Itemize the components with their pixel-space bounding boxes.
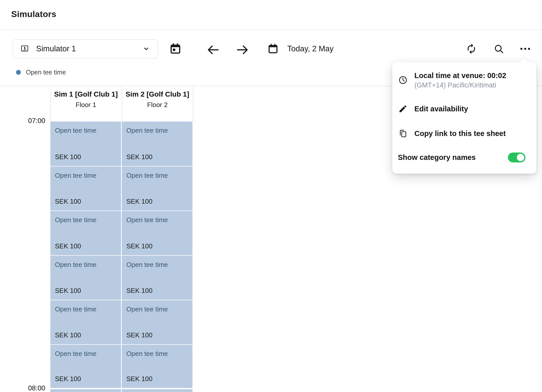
tee-time-slot[interactable]: Open tee timeSEK 100 bbox=[122, 389, 192, 392]
slot-label: Open tee time bbox=[55, 216, 96, 224]
tee-time-slot[interactable]: Open tee timeSEK 100 bbox=[122, 345, 192, 388]
column-header-sim2: Sim 2 [Golf Club 1] Floor 2 bbox=[122, 86, 192, 122]
legend: Open tee time bbox=[16, 69, 66, 76]
slot-label: Open tee time bbox=[55, 127, 96, 134]
tee-time-slot[interactable]: Open tee timeSEK 100 bbox=[50, 167, 121, 210]
time-label-0700: 07:00 bbox=[0, 117, 45, 125]
simulator-select[interactable]: Simulator 1 bbox=[13, 39, 158, 58]
tee-time-slot[interactable]: Open tee timeSEK 100 bbox=[122, 256, 192, 300]
slot-price: SEK 100 bbox=[126, 287, 153, 295]
slot-price: SEK 100 bbox=[126, 331, 153, 339]
tee-time-slot[interactable]: Open tee timeSEK 100 bbox=[50, 256, 121, 300]
tee-time-slot[interactable]: Open tee timeSEK 100 bbox=[122, 122, 192, 166]
slot-price: SEK 100 bbox=[55, 242, 81, 250]
date-picker[interactable]: Today, 2 May bbox=[267, 39, 334, 58]
column-header-sim1: Sim 1 [Golf Club 1] Floor 1 bbox=[50, 86, 122, 122]
slot-label: Open tee time bbox=[126, 305, 168, 313]
slot-price: SEK 100 bbox=[55, 375, 81, 383]
next-day-button[interactable] bbox=[235, 43, 250, 57]
golf-simulator-icon bbox=[20, 44, 29, 53]
time-label-0800: 08:00 bbox=[0, 384, 45, 392]
title-bar: Simulators bbox=[0, 0, 542, 30]
menu-item-local-time: Local time at venue: 00:02 (GMT+14) Paci… bbox=[398, 71, 531, 89]
tee-time-slot[interactable]: Open tee timeSEK 100 bbox=[122, 300, 192, 344]
slot-price: SEK 100 bbox=[55, 331, 81, 339]
slot-label: Open tee time bbox=[126, 172, 168, 179]
more-options-button[interactable] bbox=[519, 43, 531, 54]
copy-icon bbox=[398, 129, 408, 138]
slot-label: Open tee time bbox=[126, 216, 168, 224]
show-category-names-row: Show category names bbox=[398, 152, 525, 163]
calendar-icon bbox=[267, 43, 279, 54]
arrow-right-icon bbox=[235, 43, 250, 57]
page-title: Simulators bbox=[11, 9, 56, 19]
toolbar: Simulator 1 bbox=[0, 31, 542, 63]
grid-header-divider bbox=[193, 86, 193, 122]
previous-day-button[interactable] bbox=[206, 43, 220, 57]
simulator-select-value: Simulator 1 bbox=[36, 44, 135, 53]
slot-label: Open tee time bbox=[55, 172, 96, 179]
column-subtitle: Floor 1 bbox=[50, 100, 122, 109]
legend-label: Open tee time bbox=[26, 69, 66, 76]
column-subtitle: Floor 2 bbox=[122, 100, 192, 109]
tee-time-slot[interactable]: Open tee timeSEK 100 bbox=[122, 167, 192, 210]
slot-label: Open tee time bbox=[55, 261, 96, 269]
slot-price: SEK 100 bbox=[55, 287, 81, 295]
more-options-icon bbox=[519, 43, 531, 54]
search-button[interactable] bbox=[493, 43, 504, 54]
tee-time-slot[interactable]: Open tee timeSEK 100 bbox=[122, 211, 192, 255]
chevron-down-icon bbox=[142, 44, 150, 53]
show-category-names-toggle[interactable] bbox=[508, 153, 525, 162]
arrow-left-icon bbox=[206, 43, 220, 57]
open-tee-time-dot bbox=[16, 70, 21, 75]
more-options-menu: Local time at venue: 00:02 (GMT+14) Paci… bbox=[392, 62, 536, 174]
pencil-icon bbox=[398, 104, 408, 113]
slot-price: SEK 100 bbox=[126, 242, 153, 250]
date-label: Today, 2 May bbox=[287, 44, 334, 53]
tee-time-slot[interactable]: Open tee timeSEK 100 bbox=[50, 300, 121, 344]
slot-price: SEK 100 bbox=[55, 198, 81, 205]
slot-price: SEK 100 bbox=[55, 153, 81, 161]
app-window: Simulators Simulator 1 bbox=[0, 0, 542, 392]
slot-label: Open tee time bbox=[55, 305, 96, 313]
tee-time-slot[interactable]: Open tee timeSEK 100 bbox=[50, 345, 121, 388]
show-category-names-label: Show category names bbox=[398, 153, 476, 162]
copy-link-label: Copy link to this tee sheet bbox=[414, 129, 506, 138]
clock-icon bbox=[398, 75, 408, 85]
tee-time-slot[interactable]: Open tee timeSEK 100 bbox=[50, 122, 121, 166]
jump-to-today-button[interactable] bbox=[169, 43, 182, 55]
slot-label: Open tee time bbox=[126, 261, 168, 269]
slot-price: SEK 100 bbox=[126, 375, 153, 383]
tee-time-slot[interactable]: Open tee timeSEK 100 bbox=[50, 211, 121, 255]
local-time-title: Local time at venue: 00:02 bbox=[414, 71, 506, 80]
slot-label: Open tee time bbox=[126, 127, 168, 134]
tee-time-slot[interactable]: Open tee timeSEK 100 bbox=[50, 389, 121, 392]
toggle-knob bbox=[517, 154, 524, 161]
local-time-timezone: (GMT+14) Pacific/Kiritimati bbox=[414, 81, 506, 89]
slot-label: Open tee time bbox=[55, 350, 96, 358]
refresh-icon bbox=[466, 43, 477, 54]
slot-label: Open tee time bbox=[126, 350, 168, 358]
edit-availability-label: Edit availability bbox=[414, 105, 468, 113]
menu-item-copy-link[interactable]: Copy link to this tee sheet bbox=[398, 128, 531, 139]
refresh-button[interactable] bbox=[466, 43, 477, 54]
column-title: Sim 1 [Golf Club 1] bbox=[50, 89, 122, 100]
menu-item-edit-availability[interactable]: Edit availability bbox=[398, 103, 531, 114]
calendar-today-icon bbox=[169, 43, 182, 55]
column-title: Sim 2 [Golf Club 1] bbox=[122, 89, 192, 100]
slot-price: SEK 100 bbox=[126, 198, 153, 205]
slot-price: SEK 100 bbox=[126, 153, 153, 161]
search-icon bbox=[493, 43, 504, 54]
